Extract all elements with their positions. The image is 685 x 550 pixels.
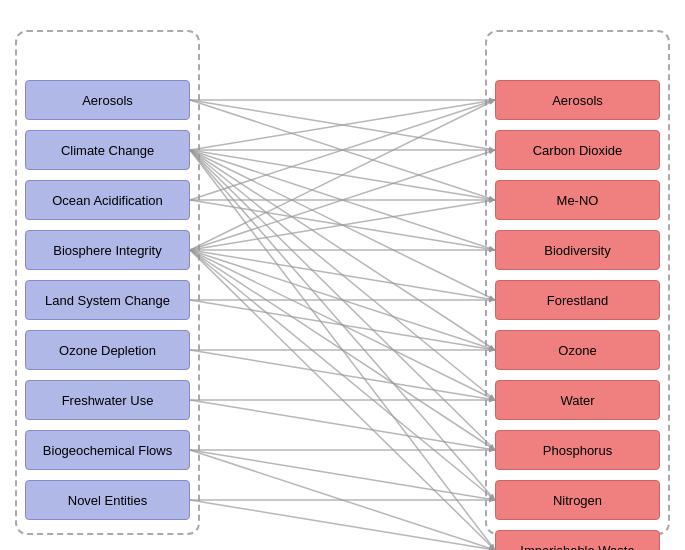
svg-line-44 [190,250,495,400]
svg-line-32 [190,100,495,250]
left-box-1[interactable]: Climate Change [25,130,190,170]
svg-line-34 [190,150,495,250]
svg-line-30 [190,200,495,250]
left-box-4[interactable]: Land System Change [25,280,190,320]
svg-line-40 [190,250,495,300]
right-box-2[interactable]: Me-NO [495,180,660,220]
right-box-4[interactable]: Forestland [495,280,660,320]
svg-line-22 [190,150,495,500]
svg-line-50 [190,250,495,550]
svg-line-36 [190,200,495,250]
svg-line-42 [190,250,495,350]
left-box-0[interactable]: Aerosols [25,80,190,120]
left-box-2[interactable]: Ocean Acidification [25,180,190,220]
svg-line-72 [190,500,495,550]
svg-line-48 [190,250,495,500]
svg-line-20 [190,150,495,450]
left-box-7[interactable]: Biogeochemical Flows [25,430,190,470]
svg-line-54 [190,300,495,350]
right-box-3[interactable]: Biodiversity [495,230,660,270]
svg-line-2 [190,100,495,150]
left-box-6[interactable]: Freshwater Use [25,380,190,420]
right-box-9[interactable]: Imperishable Waste [495,530,660,550]
left-box-5[interactable]: Ozone Depletion [25,330,190,370]
svg-line-66 [190,450,495,500]
svg-line-46 [190,250,495,450]
svg-line-26 [190,100,495,200]
main-container: AerosolsClimate ChangeOcean Acidificatio… [0,0,685,550]
right-box-5[interactable]: Ozone [495,330,660,370]
svg-line-6 [190,100,495,150]
svg-line-24 [190,150,495,550]
right-box-7[interactable]: Phosphorus [495,430,660,470]
svg-line-58 [190,350,495,400]
svg-line-12 [190,150,495,250]
left-box-3[interactable]: Biosphere Integrity [25,230,190,270]
svg-line-62 [190,400,495,450]
svg-line-16 [190,150,495,350]
right-box-8[interactable]: Nitrogen [495,480,660,520]
right-box-0[interactable]: Aerosols [495,80,660,120]
right-box-1[interactable]: Carbon Dioxide [495,130,660,170]
svg-line-68 [190,450,495,550]
svg-line-14 [190,150,495,300]
svg-line-10 [190,150,495,200]
right-box-6[interactable]: Water [495,380,660,420]
svg-line-4 [190,100,495,200]
svg-line-18 [190,150,495,400]
left-box-8[interactable]: Novel Entities [25,480,190,520]
